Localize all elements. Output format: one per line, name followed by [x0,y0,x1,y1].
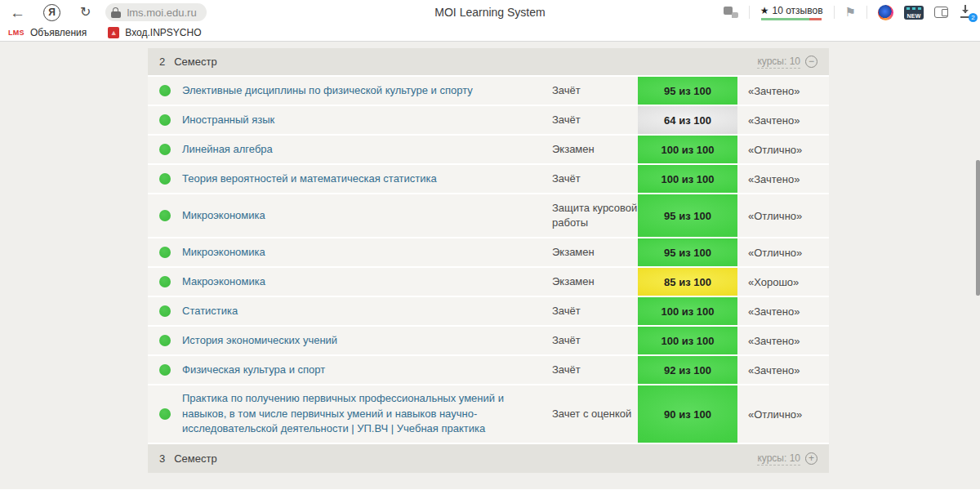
grade-label: «Зачтено» [737,335,829,347]
green-dot-icon [159,85,171,96]
downloads-icon[interactable]: 2 [959,5,973,20]
course-link[interactable]: Физическая культура и спорт [182,363,552,378]
assessment-type-label: Зачёт [552,304,638,318]
semester-3-expand-control[interactable]: курсы: 10 + [757,452,817,466]
assessment-type-label: Экзамен [552,274,638,289]
score-cell: 100 из 100 [638,165,737,193]
course-row: Теория вероятностей и математическая ста… [148,165,829,194]
course-link[interactable]: Иностранный язык [182,113,552,128]
status-bullet-cell [148,247,182,258]
status-bullet-cell [148,305,182,317]
assessment-type-label: Зачёт [552,333,638,348]
status-bullet-cell [148,364,182,376]
green-dot-icon [159,335,171,346]
course-row: Статистика Зачёт 100 из 100 «Зачтено» [148,297,829,327]
grade-label: «Зачтено» [737,173,829,185]
status-bullet-cell [148,335,182,346]
green-dot-icon [159,114,171,126]
url-text[interactable]: lms.moi.edu.ru [127,7,196,19]
grade-label: «Отлично» [737,144,829,156]
feedback-bubbles-icon[interactable] [724,7,738,18]
side-panel-icon[interactable] [934,7,948,18]
course-link[interactable]: История экономических учений [182,333,552,349]
grades-table: 2 Семестр курсы: 10 − Элективные дисципл… [148,48,829,473]
semester-2-collapse-control[interactable]: курсы: 10 − [757,56,817,69]
assessment-type-label: Зачёт [552,83,638,98]
site-reviews-button[interactable]: ★ 10 отзывов [760,5,823,20]
bookmark-announcements[interactable]: LMS Объявления [8,27,87,38]
grade-label: «Хорошо» [737,276,829,288]
bookmark-label: Объявления [30,27,87,38]
status-bullet-cell [148,144,182,155]
green-dot-icon [159,364,171,376]
course-link[interactable]: Макроэкономика [182,274,552,290]
course-row: Микроэкономика Экзамен 95 из 100 «Отличн… [148,238,829,268]
course-row: Микроэкономика Защита курсовой работы 95… [148,194,829,238]
back-icon[interactable]: ← [10,5,25,20]
status-bullet-cell [148,408,182,420]
star-icon: ★ [760,5,769,16]
bookmark-label: Вход.INPSYCHO [125,27,201,38]
new-badge-icon[interactable]: NEW [904,6,924,20]
course-link[interactable]: Статистика [182,304,552,319]
green-dot-icon [159,408,171,420]
browser-toolbar: ← Я ↻ lms.moi.edu.ru MOI Learning System… [0,0,980,24]
score-cell: 90 из 100 [638,385,737,443]
extension-icon[interactable] [878,5,893,20]
lock-icon [110,7,121,18]
grade-label: «Зачтено» [737,85,829,97]
bookmarks-bar: LMS Объявления ▲ Вход.INPSYCHO [0,24,980,42]
toolbar-right-icons: ★ 10 отзывов ⚑ NEW 2 [724,0,973,24]
course-row: Линейная алгебра Экзамен 100 из 100 «Отл… [148,136,829,165]
scrollbar-thumb[interactable] [976,160,980,296]
downloads-badge: 2 [969,13,978,22]
semester-number: 3 [159,452,165,465]
rating-bar [761,18,822,20]
score-cell: 95 из 100 [638,238,737,266]
course-row: Макроэкономика Экзамен 85 из 100 «Хорошо… [148,268,829,297]
assessment-type-label: Экзамен [552,142,638,157]
semester-number: 2 [159,56,165,68]
semester-3-header: 3 Семестр курсы: 10 + [148,444,829,473]
expand-plus-icon[interactable]: + [805,452,817,465]
course-row: Физическая культура и спорт Зачёт 92 из … [148,356,829,385]
grade-label: «Зачтено» [737,364,829,376]
address-bar[interactable]: lms.moi.edu.ru [105,3,206,21]
course-link[interactable]: Теория вероятностей и математическая ста… [182,172,552,187]
grade-label: «Отлично» [737,210,829,222]
semester-label: Семестр [174,452,216,465]
grade-label: «Отлично» [737,408,829,421]
score-cell: 92 из 100 [638,356,737,384]
course-row: Иностранный язык Зачёт 64 из 100 «Зачтен… [148,106,829,136]
green-dot-icon [159,305,171,317]
divider [866,6,867,19]
green-dot-icon [159,144,171,155]
score-cell: 85 из 100 [638,268,737,296]
bookmark-inpsycho-login[interactable]: ▲ Вход.INPSYCHO [108,27,201,38]
status-bullet-cell [148,85,182,96]
status-bullet-cell [148,173,182,185]
status-bullet-cell [148,210,182,221]
score-cell: 95 из 100 [638,77,737,105]
divider [749,6,750,19]
course-link[interactable]: Микроэкономика [182,208,552,224]
courses-count-label[interactable]: курсы: 10 [757,56,800,69]
course-link[interactable]: Линейная алгебра [182,142,552,158]
refresh-icon[interactable]: ↻ [80,6,91,19]
assessment-type-label: Зачёт [552,113,638,127]
yandex-browser-icon[interactable]: Я [43,4,60,21]
course-link[interactable]: Элективные дисциплины по физической куль… [182,83,552,99]
collapse-minus-icon[interactable]: − [805,56,817,68]
courses-count-label[interactable]: курсы: 10 [757,452,800,466]
course-link[interactable]: Микроэкономика [182,245,552,261]
course-row: Элективные дисциплины по физической куль… [148,77,829,106]
semester-2-header: 2 Семестр курсы: 10 − [148,48,829,77]
divider [834,6,835,19]
green-dot-icon [159,210,171,221]
course-link[interactable]: Практика по получению первичных професси… [182,391,552,438]
green-dot-icon [159,247,171,258]
bookmark-flag-icon[interactable]: ⚑ [845,5,856,20]
grade-label: «Зачтено» [737,305,829,318]
grade-label: «Зачтено» [737,114,829,127]
lms-favicon: LMS [8,29,24,37]
